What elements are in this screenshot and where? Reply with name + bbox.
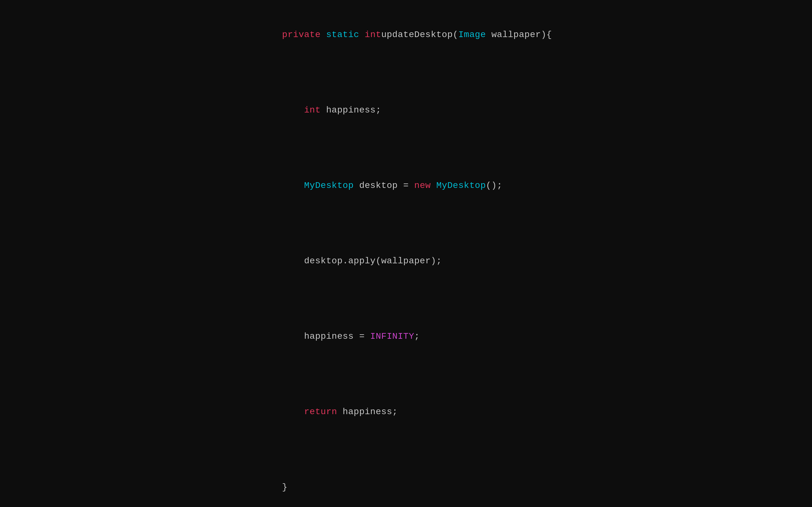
line5-var: happiness = [304,331,370,341]
line2-plain: happiness; [321,105,381,115]
keyword-return: return [304,407,337,417]
code-line-3: MyDesktop desktop = new MyDesktop(); [260,163,552,208]
keyword-new: new [414,181,431,190]
type-mydesktop-1: MyDesktop [304,181,354,190]
code-display: private static intupdateDesktop(Image wa… [260,0,552,507]
keyword-int-2: int [304,105,321,115]
keyword-int-1: int [365,30,381,40]
line3-plain2: (); [486,181,502,190]
type-mydesktop-2: MyDesktop [436,181,486,190]
code-line-5: happiness = INFINITY; [260,314,552,359]
space-1 [321,30,326,40]
code-line-2: int happiness; [260,88,552,133]
space-2 [359,30,364,40]
keyword-private: private [282,30,321,40]
constant-infinity: INFINITY [370,331,414,341]
param-plain: wallpaper){ [486,30,552,40]
closing-brace: } [282,482,287,492]
code-line-1: private static intupdateDesktop(Image wa… [260,12,552,58]
keyword-static: static [326,30,359,40]
line5-semi: ; [414,331,420,341]
line6-plain: happiness; [337,407,398,417]
method-name: updateDesktop( [381,30,458,40]
line3-plain1: desktop = [354,181,414,190]
code-line-6: return happiness; [260,389,552,435]
line4-plain: desktop.apply(wallpaper); [304,256,442,266]
code-line-7: } [260,464,552,507]
type-image: Image [458,30,486,40]
code-line-4: desktop.apply(wallpaper); [260,238,552,284]
